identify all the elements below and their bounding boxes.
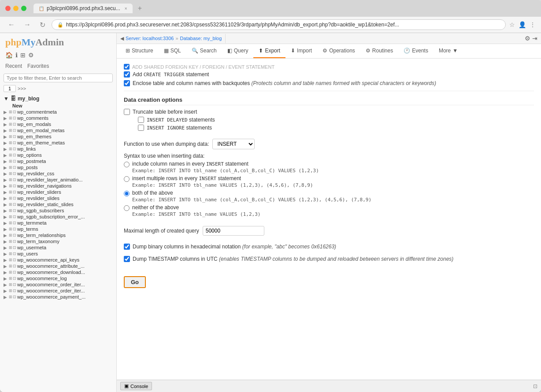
browse-icon: ⊞ — [9, 221, 12, 225]
table-item-wp_revslider_slides[interactable]: ▶ ⊞ ⊡ wp_revslider_slides — [0, 195, 116, 201]
close-window-button[interactable] — [5, 6, 11, 11]
tab-export[interactable]: ⬆ Export — [253, 44, 285, 58]
radio-neither-content: neither of the above Example: INSERT INT… — [132, 204, 260, 217]
collapse-sidebar-icon[interactable]: ◀ — [120, 36, 124, 41]
breadcrumb-database[interactable]: Database: my_blog — [180, 36, 222, 41]
back-button[interactable]: ← — [5, 20, 18, 30]
add-shared-checkbox[interactable] — [124, 64, 130, 70]
browser-tab[interactable]: 📋 p3plcpnl0896.prod.phx3.secu... × — [33, 4, 133, 13]
table-item-wp_woocommerce_download[interactable]: ▶ ⊞ ⊡ wp_woocommerce_download... — [0, 269, 116, 275]
home-icon[interactable]: 🏠 — [5, 52, 13, 59]
new-tab-button[interactable]: + — [138, 4, 142, 12]
tab-operations[interactable]: ⚙ Operations — [317, 44, 360, 58]
tab-sql[interactable]: ▦ SQL — [159, 44, 186, 58]
table-item-wp_woocommerce_attribute[interactable]: ▶ ⊞ ⊡ wp_woocommerce_attribute_... — [0, 263, 116, 269]
table-item-wp_sgpb_subscription_error[interactable]: ▶ ⊞ ⊡ wp_sgpb_subscription_error_... — [0, 214, 116, 220]
truncate-checkbox[interactable] — [124, 109, 130, 115]
menu-button[interactable]: ⋮ — [530, 21, 536, 28]
dump-binary-checkbox[interactable] — [124, 244, 130, 250]
tab-close-button[interactable]: × — [125, 6, 127, 11]
tab-events[interactable]: 🕐 Events — [398, 44, 434, 58]
table-item-wp_revslider_navigations[interactable]: ▶ ⊞ ⊡ wp_revslider_navigations — [0, 183, 116, 189]
table-item-wp_woocommerce_api_keys[interactable]: ▶ ⊞ ⊡ wp_woocommerce_api_keys — [0, 257, 116, 263]
extensions-button[interactable]: 👤 — [519, 21, 526, 28]
radio-neither-above: neither of the above Example: INSERT INT… — [124, 204, 534, 217]
collapse-icon[interactable]: ⇥ — [532, 35, 537, 42]
filter-input[interactable] — [4, 74, 113, 82]
radio-neither-input[interactable] — [124, 205, 130, 211]
function-select[interactable]: INSERT — [212, 139, 255, 149]
logo-my: My — [22, 37, 36, 48]
table-item-wp_woocommerce_log[interactable]: ▶ ⊞ ⊡ wp_woocommerce_log — [0, 275, 116, 281]
table-item-wp_em_modals[interactable]: ▶ ⊞ ⊡ wp_em_modals — [0, 121, 116, 127]
table-item-wp_em_theme_metas[interactable]: ▶ ⊞ ⊡ wp_em_theme_metas — [0, 140, 116, 146]
insert-ignore-checkbox[interactable] — [138, 125, 144, 131]
table-item-wp_options[interactable]: ▶ ⊞ ⊡ wp_options — [0, 152, 116, 158]
events-tab-label: Events — [412, 48, 428, 54]
docs-icon[interactable]: ℹ — [15, 52, 18, 59]
table-item-wp_terms[interactable]: ▶ ⊞ ⊡ wp_terms — [0, 226, 116, 232]
bookmark-button[interactable]: ☆ — [509, 21, 515, 28]
radio-include-col-names-input[interactable] — [124, 162, 130, 167]
resize-handle[interactable]: ⊡ — [533, 383, 537, 389]
table-item-wp_revslider_sliders[interactable]: ▶ ⊞ ⊡ wp_revslider_sliders — [0, 189, 116, 195]
structure-icon: ⊡ — [13, 270, 16, 274]
tab-query[interactable]: ◧ Query — [222, 44, 254, 58]
enclose-backquotes-checkbox[interactable] — [124, 80, 130, 86]
new-table-item[interactable]: New — [0, 103, 116, 109]
table-item-wp_woocommerce_payment[interactable]: ▶ ⊞ ⊡ wp_woocommerce_payment_... — [0, 294, 116, 300]
page-nav-button[interactable]: >>> — [18, 86, 26, 91]
table-item-wp_comments[interactable]: ▶ ⊞ ⊡ wp_comments — [0, 115, 116, 121]
expand-icon: ▶ — [4, 295, 8, 300]
recent-tab[interactable]: Recent — [4, 62, 24, 70]
settings-icon[interactable]: ⚙ — [28, 52, 34, 59]
table-item-wp_em_themes[interactable]: ▶ ⊞ ⊡ wp_em_themes — [0, 133, 116, 140]
table-item-wp_woocommerce_order_iter1[interactable]: ▶ ⊞ ⊡ wp_woocommerce_order_iter... — [0, 281, 116, 288]
table-item-wp_usermeta[interactable]: ▶ ⊞ ⊡ wp_usermeta — [0, 244, 116, 251]
minimize-window-button[interactable] — [13, 6, 19, 11]
table-item-wp_revslider_css[interactable]: ▶ ⊞ ⊡ wp_revslider_css — [0, 170, 116, 177]
radio-multiple-rows-input[interactable] — [124, 176, 130, 182]
tab-structure[interactable]: ⊞ Structure — [120, 44, 159, 58]
table-item-wp_revslider_static_slides[interactable]: ▶ ⊞ ⊡ wp_revslider_static_slides — [0, 201, 116, 207]
forward-button[interactable]: → — [21, 20, 33, 30]
tab-more[interactable]: More ▼ — [434, 44, 463, 58]
table-item-wp_woocommerce_order_iter2[interactable]: ▶ ⊞ ⊡ wp_woocommerce_order_iter... — [0, 288, 116, 294]
page-number-input[interactable] — [4, 85, 16, 92]
insert-delayed-checkbox[interactable] — [138, 117, 144, 123]
table-item-wp_links[interactable]: ▶ ⊞ ⊡ wp_links — [0, 146, 116, 152]
go-button[interactable]: Go — [124, 276, 146, 288]
db-root-item[interactable]: ▼ 🗄 my_blog — [0, 95, 116, 103]
structure-icon: ⊡ — [13, 116, 16, 120]
db-icon: 🗄 — [11, 96, 16, 102]
config-icon[interactable]: ⊞ — [20, 52, 26, 59]
settings-gear-icon[interactable]: ⚙ — [525, 35, 530, 42]
tab-search[interactable]: 🔍 Search — [186, 44, 222, 58]
table-item-wp_term_taxonomy[interactable]: ▶ ⊞ ⊡ wp_term_taxonomy — [0, 238, 116, 244]
radio-both-above-input[interactable] — [124, 191, 130, 196]
table-item-wp_posts[interactable]: ▶ ⊞ ⊡ wp_posts — [0, 164, 116, 170]
dump-timestamp-checkbox[interactable] — [124, 256, 130, 262]
max-query-input[interactable] — [203, 226, 264, 236]
table-item-wp_sgpb_subscribers[interactable]: ▶ ⊞ ⊡ wp_sgpb_subscribers — [0, 207, 116, 214]
table-item-wp_em_modal_metas[interactable]: ▶ ⊞ ⊡ wp_em_modal_metas — [0, 127, 116, 133]
maximize-window-button[interactable] — [21, 6, 26, 11]
sql-tab-label: SQL — [170, 48, 181, 54]
breadcrumb-server[interactable]: Server: localhost:3306 — [126, 36, 174, 41]
table-item-wp_users[interactable]: ▶ ⊞ ⊡ wp_users — [0, 251, 116, 257]
table-item-wp_commentmeta[interactable]: ▶ ⊞ ⊡ wp_commentmeta — [0, 109, 116, 115]
table-label: wp_postmeta — [17, 159, 46, 164]
tab-import[interactable]: ⬇ Import — [285, 44, 317, 58]
table-item-wp_term_relationships[interactable]: ▶ ⊞ ⊡ wp_term_relationships — [0, 232, 116, 238]
table-item-wp_postmeta[interactable]: ▶ ⊞ ⊡ wp_postmeta — [0, 158, 116, 164]
tab-routines[interactable]: ⚙ Routines — [360, 44, 398, 58]
console-button[interactable]: ▣ Console — [120, 382, 152, 390]
structure-icon: ⊡ — [13, 147, 16, 151]
expand-icon: ▶ — [4, 202, 8, 207]
favorites-tab[interactable]: Favorites — [26, 62, 51, 70]
reload-button[interactable]: ↻ — [37, 20, 48, 30]
address-bar[interactable]: 🔒 https://p3plcpnl0896.prod.phx3.secures… — [52, 19, 506, 30]
table-item-wp_revslider_layer_animation[interactable]: ▶ ⊞ ⊡ wp_revslider_layer_animatio... — [0, 177, 116, 183]
table-item-wp_termmeta[interactable]: ▶ ⊞ ⊡ wp_termmeta — [0, 220, 116, 226]
create-trigger-checkbox[interactable] — [124, 71, 130, 78]
